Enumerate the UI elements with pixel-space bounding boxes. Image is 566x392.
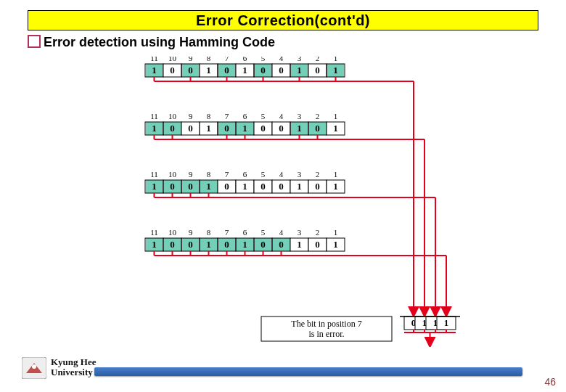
svg-text:0: 0: [315, 181, 320, 192]
svg-text:1: 1: [334, 228, 338, 237]
svg-text:8: 8: [207, 228, 211, 237]
svg-text:2: 2: [316, 170, 320, 179]
svg-text:1: 1: [152, 181, 157, 192]
svg-text:6: 6: [243, 112, 247, 121]
svg-text:3: 3: [298, 57, 302, 62]
svg-text:0: 0: [170, 239, 175, 250]
svg-text:11: 11: [150, 112, 158, 121]
svg-text:6: 6: [243, 228, 247, 237]
svg-text:0: 0: [261, 181, 266, 192]
svg-text:2: 2: [316, 57, 320, 62]
svg-text:0: 0: [224, 181, 229, 192]
svg-text:0: 0: [224, 65, 229, 75]
subtitle: Error detection using Hamming Code: [28, 33, 275, 50]
svg-text:11: 11: [150, 228, 158, 237]
svg-text:7: 7: [225, 170, 229, 179]
svg-text:1: 1: [242, 181, 247, 192]
svg-text:7: 7: [225, 228, 229, 237]
svg-text:6: 6: [243, 170, 247, 179]
subtitle-text: Error detection using Hamming Code: [44, 35, 275, 49]
svg-text:3: 3: [298, 170, 302, 179]
svg-text:0: 0: [261, 239, 266, 250]
svg-text:0: 0: [261, 123, 266, 134]
svg-text:1: 1: [152, 239, 157, 250]
footer: Kyung Hee University 46: [0, 353, 566, 392]
svg-text:10: 10: [168, 170, 177, 179]
svg-text:9: 9: [189, 170, 193, 179]
svg-text:The bit in position 7: The bit in position 7: [291, 319, 361, 329]
svg-text:0: 0: [279, 181, 284, 192]
svg-text:1: 1: [206, 65, 211, 75]
svg-text:1: 1: [334, 170, 338, 179]
svg-text:11: 11: [150, 170, 158, 179]
svg-text:10: 10: [168, 57, 177, 62]
svg-text:1: 1: [206, 123, 211, 134]
svg-text:1: 1: [333, 65, 338, 75]
svg-text:6: 6: [243, 57, 247, 62]
university-logo-icon: [22, 357, 46, 379]
svg-text:is in error.: is in error.: [309, 329, 345, 339]
university-line1: Kyung Hee: [51, 356, 96, 367]
svg-text:1: 1: [333, 181, 338, 192]
svg-text:0: 0: [188, 181, 193, 192]
svg-text:0: 0: [188, 123, 193, 134]
svg-text:7: 7: [225, 57, 229, 62]
svg-text:5: 5: [261, 228, 266, 237]
university-label: Kyung Hee University: [51, 357, 96, 377]
svg-text:1: 1: [297, 65, 302, 75]
footer-bar: [94, 367, 522, 376]
hamming-diagram: 1110987654321100101001011110987654321100…: [0, 57, 566, 347]
svg-text:1: 1: [333, 123, 338, 134]
svg-text:3: 3: [298, 112, 302, 121]
svg-text:4: 4: [279, 57, 284, 62]
svg-text:1: 1: [152, 65, 157, 75]
svg-text:0: 0: [315, 65, 320, 75]
svg-text:0: 0: [315, 123, 320, 134]
svg-text:3: 3: [298, 228, 302, 237]
svg-text:1: 1: [242, 123, 247, 134]
svg-text:7: 7: [427, 345, 433, 347]
svg-text:0: 0: [279, 239, 284, 250]
svg-text:1: 1: [152, 123, 157, 134]
svg-text:1: 1: [206, 239, 211, 250]
svg-text:1: 1: [334, 112, 338, 121]
svg-text:1: 1: [206, 181, 211, 192]
svg-text:1: 1: [333, 239, 338, 250]
svg-text:8: 8: [207, 112, 211, 121]
svg-text:2: 2: [316, 228, 320, 237]
svg-text:4: 4: [279, 228, 284, 237]
svg-text:0: 0: [224, 239, 229, 250]
svg-text:10: 10: [168, 112, 177, 121]
university-line2: University: [51, 367, 93, 377]
svg-text:0: 0: [315, 239, 320, 250]
svg-text:1: 1: [297, 123, 302, 134]
bullet-icon: [28, 35, 41, 48]
svg-text:10: 10: [168, 228, 177, 237]
svg-text:9: 9: [189, 57, 193, 62]
svg-text:0: 0: [279, 123, 284, 134]
title-bar: Error Correction(cont'd): [28, 10, 538, 30]
svg-text:1: 1: [444, 317, 449, 328]
svg-text:0: 0: [170, 65, 175, 75]
svg-text:1: 1: [297, 239, 302, 250]
svg-text:1: 1: [242, 65, 247, 75]
svg-text:9: 9: [189, 112, 193, 121]
svg-text:0: 0: [188, 239, 193, 250]
page-number: 46: [544, 376, 556, 388]
svg-text:1: 1: [334, 57, 338, 62]
svg-text:0: 0: [170, 123, 175, 134]
svg-text:5: 5: [261, 57, 266, 62]
svg-text:0: 0: [279, 65, 284, 75]
svg-text:11: 11: [150, 57, 158, 62]
svg-text:0: 0: [224, 123, 229, 134]
svg-text:1: 1: [242, 239, 247, 250]
svg-text:5: 5: [261, 170, 266, 179]
svg-text:1: 1: [297, 181, 302, 192]
svg-text:5: 5: [261, 112, 266, 121]
svg-text:4: 4: [279, 112, 284, 121]
svg-text:0: 0: [188, 65, 193, 75]
svg-text:0: 0: [170, 181, 175, 192]
svg-text:7: 7: [225, 112, 229, 121]
svg-text:9: 9: [189, 228, 193, 237]
svg-text:2: 2: [316, 112, 320, 121]
